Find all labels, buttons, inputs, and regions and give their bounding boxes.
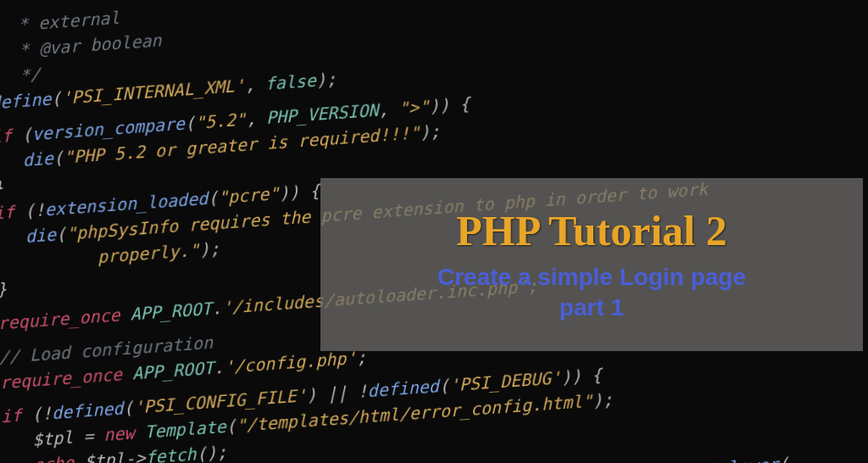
subtitle-line1: Create a simple Login page bbox=[437, 264, 746, 290]
title-overlay: PHP Tutorial 2 Create a simple Login pag… bbox=[320, 178, 863, 351]
tutorial-title: PHP Tutorial 2 bbox=[456, 206, 727, 255]
tutorial-subtitle: Create a simple Login page part 1 bbox=[437, 262, 746, 324]
code-line: */ bbox=[0, 64, 41, 89]
subtitle-line2: part 1 bbox=[559, 294, 624, 321]
